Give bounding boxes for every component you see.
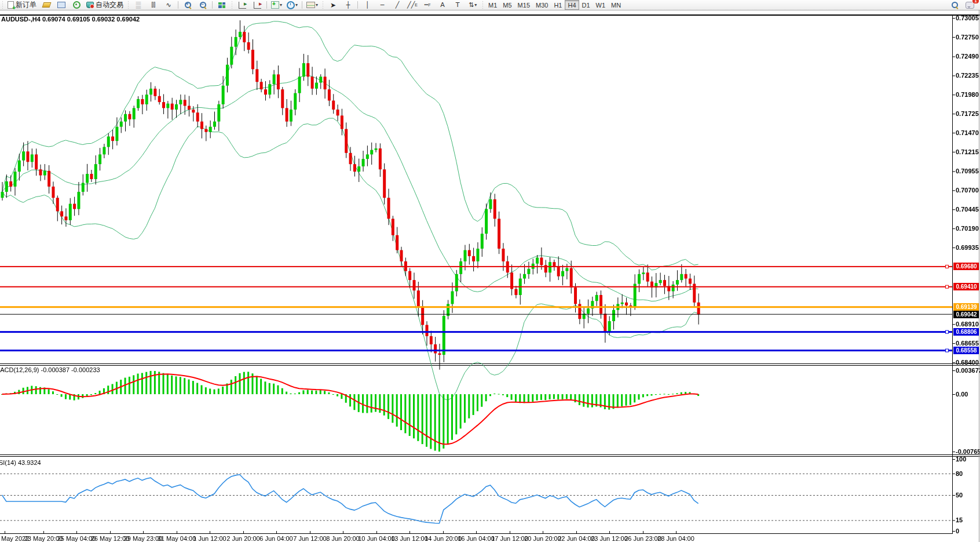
new-order-button[interactable]: 新订单	[6, 0, 38, 10]
time-tick-label: 26 Jun 23:00	[624, 535, 661, 542]
label-tool-icon: T	[456, 2, 460, 8]
price-tick-label: 0.72490	[956, 53, 979, 60]
price-tick-label: 0.72235	[956, 72, 979, 79]
price-line-badge[interactable]: 0.68806	[953, 328, 979, 336]
timeframe-button-m1[interactable]: M1	[485, 0, 500, 10]
toolbar-grip[interactable]	[321, 1, 324, 9]
fibonacci-tool-button[interactable]: ┅F	[420, 0, 434, 10]
price-tick-label: 0.71470	[956, 129, 979, 136]
time-tick-label: 1 Jun 12:00	[193, 535, 226, 542]
price-line-badge[interactable]: 0.69680	[953, 263, 979, 270]
tile-windows-button[interactable]	[215, 0, 229, 10]
time-tick-label: 28 Jun 04:00	[657, 535, 694, 542]
arrows-tool-button[interactable]: ⇅▾	[466, 0, 480, 10]
price-tick-label: 0.71725	[956, 110, 979, 117]
price-line-badge[interactable]: 0.69410	[953, 283, 979, 290]
timeframe-button-m30[interactable]: M30	[533, 0, 551, 10]
price-tick-label: 0.69935	[956, 244, 979, 251]
bar-chart-icon: 𝄛	[136, 2, 141, 8]
bar-chart-mode-button[interactable]: 𝄛	[131, 0, 145, 10]
text-tool-icon: A	[440, 2, 445, 8]
zoom-in-button[interactable]	[181, 0, 195, 10]
horizontal-line-tool-button[interactable]: ─	[375, 0, 389, 10]
price-line-badge[interactable]: 0.69139	[953, 303, 979, 311]
text-tool-button[interactable]: A	[436, 0, 449, 10]
timeframe-button-d1[interactable]: D1	[579, 0, 593, 10]
market-button[interactable]	[39, 0, 53, 10]
chart-shift-icon	[254, 2, 261, 9]
cursor-icon: ➤	[330, 2, 336, 8]
price-tick-label: 0.68910	[956, 321, 979, 328]
label-tool-button[interactable]: T	[451, 0, 465, 10]
line-chart-mode-button[interactable]: ∿	[162, 0, 175, 10]
candle-chart-mode-button[interactable]: ⫿⫿	[147, 0, 160, 10]
macd-indicator-label: MACD(12,26,9) -0.000387 -0.000233	[0, 366, 100, 373]
indicators-button[interactable]: ▾	[269, 0, 284, 10]
arrows-tool-icon: ⇅	[469, 2, 474, 8]
macd-tick-label: 0.00	[956, 391, 968, 398]
timeframe-button-mn[interactable]: MN	[608, 0, 624, 10]
toolbar-grip[interactable]	[481, 1, 484, 9]
cursor-tool-button[interactable]: ➤	[326, 0, 340, 10]
price-tick-label: 0.68400	[956, 359, 979, 366]
toolbar-grip[interactable]	[1, 1, 4, 9]
terminal-button[interactable]	[54, 0, 68, 10]
toolbar-grip[interactable]	[231, 1, 233, 9]
chevron-down-icon: ▾	[316, 2, 318, 8]
autotrade-button[interactable]: 自动交易	[85, 0, 125, 10]
timeframe-button-m15[interactable]: M15	[515, 0, 533, 10]
template-icon	[306, 2, 315, 8]
rsi-tick-label: 15	[956, 516, 963, 523]
trendline-tool-button[interactable]: ╱	[390, 0, 404, 10]
time-tick-label: 10 Jun 04:00	[358, 535, 395, 542]
zoom-out-button[interactable]	[196, 0, 210, 10]
toolbar-grip[interactable]	[127, 1, 130, 9]
time-tick-label: 23 Jun 12:00	[591, 535, 628, 542]
terminal-icon	[57, 2, 65, 8]
price-line-badge[interactable]: 0.69042	[953, 311, 979, 318]
search-button[interactable]	[948, 0, 961, 10]
zoom-out-icon	[200, 2, 206, 8]
chevron-down-icon: ▾	[280, 2, 282, 8]
chart-title: AUDUSD-,H4 0.69074 0.69105 0.69032 0.690…	[1, 16, 140, 23]
crosshair-icon: ┼	[346, 2, 350, 8]
time-tick-label: 25 May 04:00	[57, 535, 96, 542]
price-tick-label: 0.70700	[956, 187, 979, 194]
price-tick-label: 0.70190	[956, 225, 979, 232]
price-chart-canvas[interactable]	[0, 10, 980, 542]
timeframe-button-h1[interactable]: H1	[551, 0, 565, 10]
mt4-window: { "toolbar": { "new_order_label": "新订单",…	[0, 0, 980, 542]
channel-sub-label: E	[415, 3, 418, 7]
time-tick-label: 31 May 04:00	[158, 535, 196, 542]
chart-shift-button[interactable]	[250, 0, 264, 10]
price-tick-label: 0.71980	[956, 91, 979, 98]
price-tick-label: 0.73005	[956, 14, 979, 21]
signals-button[interactable]	[70, 0, 83, 10]
time-tick-label: 13 Jun 12:00	[391, 535, 428, 542]
chevron-down-icon: ▾	[474, 2, 477, 8]
vertical-line-tool-button[interactable]: │	[360, 0, 374, 10]
timeframe-button-m5[interactable]: M5	[500, 0, 514, 10]
crosshair-tool-button[interactable]: ┼	[341, 0, 355, 10]
autotrade-label: 自动交易	[96, 0, 123, 10]
new-order-icon	[8, 1, 14, 9]
autotrade-icon	[86, 2, 94, 8]
trendline-icon: ╱	[396, 2, 400, 8]
new-order-label: 新订单	[16, 0, 36, 10]
timeframe-button-w1[interactable]: W1	[593, 0, 609, 10]
indicators-icon	[271, 1, 279, 9]
price-tick-label: 0.71215	[956, 148, 979, 155]
chart-window[interactable]: AUDUSD-,H4 0.69074 0.69105 0.69032 0.690…	[0, 10, 980, 542]
time-tick-label: 20 Jun 20:00	[524, 535, 561, 542]
timeframe-button-h4[interactable]: H4	[565, 0, 579, 10]
fibonacci-icon: ┅	[425, 2, 429, 8]
price-line-badge[interactable]: 0.68558	[953, 347, 979, 354]
channel-tool-button[interactable]: ╱╱E	[405, 0, 419, 10]
periods-button[interactable]: ▾	[285, 0, 299, 10]
auto-scroll-button[interactable]	[235, 0, 249, 10]
notifications-button[interactable]: 1	[963, 0, 977, 10]
templates-button[interactable]: ▾	[305, 0, 320, 10]
price-tick-label: 0.70955	[956, 168, 979, 174]
auto-scroll-icon	[239, 2, 246, 9]
time-tick-label: 16 Jun 04:00	[458, 535, 495, 542]
